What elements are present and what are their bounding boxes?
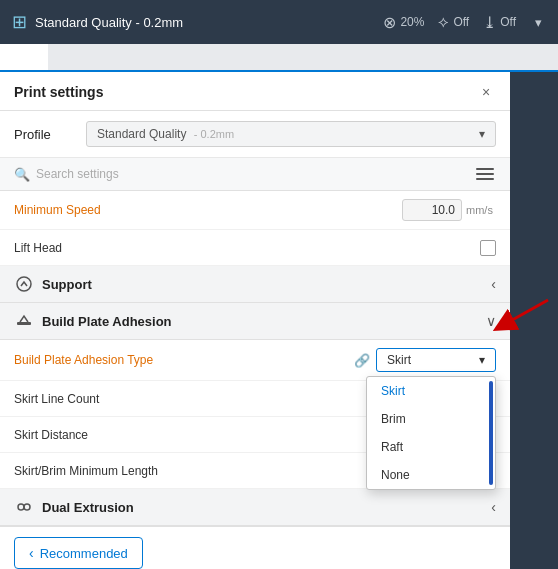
lift-head-label: Lift Head bbox=[14, 241, 480, 255]
build-plate-type-row: Build Plate Adhesion Type 🔗 Skirt ▾ Skir… bbox=[0, 340, 510, 381]
layout: Print settings × Profile Standard Qualit… bbox=[0, 72, 558, 569]
support-section-icon bbox=[14, 274, 34, 294]
panel-header: Print settings × bbox=[0, 72, 510, 111]
build-plate-icon bbox=[14, 311, 34, 331]
minimum-speed-value: 10.0 mm/s bbox=[402, 199, 496, 221]
support-section-title: Support bbox=[42, 277, 491, 292]
quality-icon: ⊞ bbox=[12, 11, 27, 33]
top-bar-title: Standard Quality - 0.2mm bbox=[35, 15, 183, 30]
adhesion-type-value: Skirt bbox=[387, 353, 411, 367]
top-bar: ⊞ Standard Quality - 0.2mm ⊗ 20% ⟡ Off ⤓… bbox=[0, 0, 558, 44]
svg-rect-1 bbox=[17, 322, 31, 325]
quality-percent-icon: ⊗ bbox=[383, 13, 396, 32]
adhesion-icon: ⤓ bbox=[483, 13, 496, 32]
build-plate-section-title: Build Plate Adhesion bbox=[42, 314, 486, 329]
minimum-speed-input[interactable]: 10.0 bbox=[402, 199, 462, 221]
minimum-speed-label: Minimum Speed bbox=[14, 203, 402, 217]
support-chevron-icon: ‹ bbox=[491, 276, 496, 292]
dropdown-item-skirt[interactable]: Skirt bbox=[367, 377, 495, 405]
dual-extrusion-chevron-icon: ‹ bbox=[491, 499, 496, 515]
lift-head-row: Lift Head bbox=[0, 230, 510, 266]
recommended-button[interactable]: ‹ Recommended bbox=[14, 537, 143, 569]
profile-row: Profile Standard Quality - 0.2mm ▾ bbox=[0, 111, 510, 158]
support-icon: ⟡ bbox=[438, 13, 449, 31]
adhesion-type-chevron-icon: ▾ bbox=[479, 353, 485, 367]
search-icon: 🔍 bbox=[14, 167, 30, 182]
tab-2[interactable] bbox=[48, 44, 96, 72]
profile-label: Profile bbox=[14, 127, 74, 142]
quality-control[interactable]: ⊗ 20% bbox=[383, 13, 424, 32]
minimum-speed-row: Minimum Speed 10.0 mm/s bbox=[0, 191, 510, 230]
lift-head-checkbox[interactable] bbox=[480, 240, 496, 256]
search-placeholder: Search settings bbox=[36, 167, 119, 181]
panel-footer: ‹ Recommended bbox=[0, 526, 510, 569]
support-label: Off bbox=[453, 15, 469, 29]
profile-value: Standard Quality bbox=[97, 127, 186, 141]
svg-point-2 bbox=[18, 504, 24, 510]
adhesion-type-menu: Skirt Brim Raft None bbox=[366, 376, 496, 490]
profile-chevron-icon: ▾ bbox=[479, 127, 485, 141]
profile-select[interactable]: Standard Quality - 0.2mm ▾ bbox=[86, 121, 496, 147]
tab-1[interactable] bbox=[0, 44, 48, 72]
panel-title: Print settings bbox=[14, 84, 103, 100]
menu-icon[interactable] bbox=[474, 166, 496, 182]
minimum-speed-unit: mm/s bbox=[466, 204, 496, 216]
top-bar-controls: ⊗ 20% ⟡ Off ⤓ Off ▾ bbox=[383, 13, 546, 32]
adhesion-type-dropdown[interactable]: Skirt ▾ bbox=[376, 348, 496, 372]
svg-point-0 bbox=[17, 277, 31, 291]
support-control[interactable]: ⟡ Off bbox=[438, 13, 469, 31]
quality-percent: 20% bbox=[400, 15, 424, 29]
adhesion-label: Off bbox=[500, 15, 516, 29]
dropdown-item-raft[interactable]: Raft bbox=[367, 433, 495, 461]
recommended-chevron-icon: ‹ bbox=[29, 545, 34, 561]
dropdown-item-none[interactable]: None bbox=[367, 461, 495, 489]
top-bar-left: ⊞ Standard Quality - 0.2mm bbox=[12, 11, 367, 33]
dropdown-item-brim[interactable]: Brim bbox=[367, 405, 495, 433]
close-button[interactable]: × bbox=[476, 82, 496, 102]
recommended-label: Recommended bbox=[40, 546, 128, 561]
dual-extrusion-title: Dual Extrusion bbox=[42, 500, 491, 515]
tab-bar bbox=[0, 44, 558, 72]
main-content: Print settings × Profile Standard Qualit… bbox=[0, 72, 510, 569]
dual-extrusion-icon bbox=[14, 497, 34, 517]
svg-point-3 bbox=[24, 504, 30, 510]
chevron-down-icon[interactable]: ▾ bbox=[530, 14, 546, 30]
search-row: 🔍 Search settings bbox=[0, 158, 510, 191]
search-input-wrap[interactable]: 🔍 Search settings bbox=[14, 167, 466, 182]
side-strip bbox=[510, 72, 558, 569]
profile-hint: - 0.2mm bbox=[194, 128, 234, 140]
build-plate-section[interactable]: Build Plate Adhesion ∨ bbox=[0, 303, 510, 340]
tab-3[interactable] bbox=[96, 44, 144, 72]
adhesion-control[interactable]: ⤓ Off bbox=[483, 13, 516, 32]
support-section[interactable]: Support ‹ bbox=[0, 266, 510, 303]
build-plate-type-label: Build Plate Adhesion Type bbox=[14, 353, 354, 367]
dual-extrusion-section[interactable]: Dual Extrusion ‹ bbox=[0, 489, 510, 526]
dropdown-scrollbar bbox=[489, 381, 493, 485]
link-icon-type[interactable]: 🔗 bbox=[354, 353, 370, 368]
build-plate-chevron-icon: ∨ bbox=[486, 313, 496, 329]
